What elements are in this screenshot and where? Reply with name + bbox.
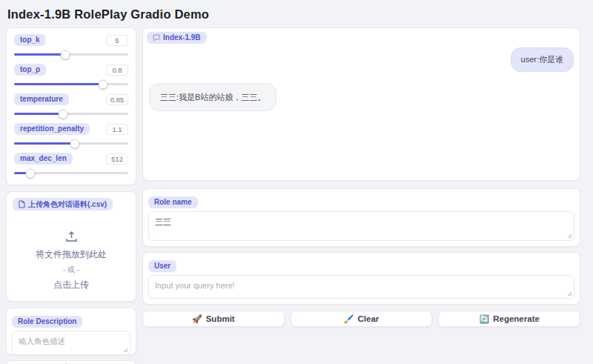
paintbrush-icon: 🖌️: [344, 315, 354, 323]
generate-role-button[interactable]: 生成角色!: [6, 360, 136, 364]
slider-thumb[interactable]: [61, 50, 70, 59]
slider-value-input[interactable]: [106, 124, 128, 135]
right-column: Index-1.9B user:你是谁 三三:我是B站的站娘，三三。 Role …: [142, 27, 580, 327]
left-column: top_k top_p: [6, 27, 136, 364]
submit-button[interactable]: 🚀 Submit: [142, 311, 285, 327]
slider-fill: [14, 53, 65, 56]
clear-button-label: Clear: [357, 314, 379, 323]
upload-instructions: 将文件拖放到此处 - 或 - 点击上传: [13, 229, 130, 291]
action-buttons-row: 🚀 Submit 🖌️ Clear 🔄 Regenerate: [142, 311, 580, 327]
regenerate-button[interactable]: 🔄 Regenerate: [438, 311, 580, 327]
role-description-block: Role Description: [6, 308, 136, 355]
slider-max-dec-len: max_dec_len: [14, 153, 128, 180]
resize-handle-icon[interactable]: [123, 348, 128, 353]
slider-thumb[interactable]: [70, 139, 79, 148]
chatbot-label-text: Index-1.9B: [163, 34, 201, 42]
slider-value-input[interactable]: [106, 153, 128, 165]
slider-repetition-penalty: repetition_penalty: [14, 123, 128, 150]
main-layout: top_k top_p: [0, 27, 593, 364]
bot-message-bubble: 三三:我是B站的站娘，三三。: [149, 83, 276, 112]
slider-track[interactable]: [14, 136, 128, 150]
slider-value-input[interactable]: [106, 94, 128, 105]
role-description-label: Role Description: [12, 316, 82, 328]
slider-top-k: top_k: [14, 34, 128, 62]
slider-value-input[interactable]: [106, 64, 128, 76]
upload-label: 上传角色对话语料(.csv): [13, 198, 113, 211]
slider-fill: [14, 113, 63, 115]
chatbot-label: Index-1.9B: [147, 32, 207, 44]
slider-label: top_k: [14, 34, 46, 46]
slider-thumb[interactable]: [25, 168, 35, 178]
chat-message-row: 三三:我是B站的站娘，三三。: [149, 83, 574, 112]
chatbot-panel: Index-1.9B user:你是谁 三三:我是B站的站娘，三三。: [142, 27, 580, 181]
role-name-label: Role name: [148, 196, 198, 208]
slider-label: repetition_penalty: [14, 123, 90, 135]
chat-bubble-icon: [153, 34, 160, 42]
slider-fill: [14, 83, 103, 85]
slider-fill: [14, 142, 75, 145]
slider-top-p: top_p: [14, 64, 128, 91]
slider-value-input[interactable]: [106, 35, 128, 46]
rocket-icon: 🚀: [192, 315, 202, 323]
slider-track[interactable]: [14, 107, 128, 121]
role-description-field[interactable]: [12, 331, 130, 355]
resize-handle-icon[interactable]: [567, 291, 572, 297]
slider-thumb[interactable]: [59, 109, 68, 119]
slider-track[interactable]: [14, 166, 128, 180]
slider-track[interactable]: [14, 77, 128, 91]
slider-label: temperature: [14, 93, 69, 105]
slider-thumb[interactable]: [99, 79, 108, 89]
upload-drop-text: 将文件拖放到此处: [13, 248, 130, 261]
slider-label: top_p: [14, 64, 46, 76]
submit-button-label: Submit: [206, 314, 235, 323]
upload-label-text: 上传角色对话语料(.csv): [28, 201, 107, 208]
upload-icon: [65, 231, 78, 242]
upload-or-text: - 或 -: [13, 265, 130, 275]
user-query-field[interactable]: [148, 275, 574, 299]
slider-track[interactable]: [14, 47, 128, 62]
params-panel: top_k top_p: [6, 27, 136, 185]
regenerate-button-label: Regenerate: [493, 314, 540, 323]
upload-click-text[interactable]: 点击上传: [13, 279, 130, 291]
chat-message-row: user:你是谁: [149, 47, 574, 72]
role-name-field[interactable]: 三三: [148, 211, 574, 241]
role-name-block: Role name 三三: [142, 188, 580, 247]
page-title: Index-1.9B RolePlay Gradio Demo: [0, 0, 593, 27]
slider-temperature: temperature: [14, 93, 128, 121]
user-query-label: User: [148, 260, 176, 272]
user-query-block: User: [142, 252, 580, 305]
user-message-bubble: user:你是谁: [511, 47, 574, 72]
refresh-icon: 🔄: [479, 315, 489, 323]
clear-button[interactable]: 🖌️ Clear: [291, 311, 433, 327]
file-icon: [19, 200, 25, 208]
resize-handle-icon[interactable]: [567, 234, 572, 239]
slider-label: max_dec_len: [14, 153, 73, 165]
upload-dropzone[interactable]: 上传角色对话语料(.csv) 将文件拖放到此处 - 或 - 点击上传: [6, 191, 136, 302]
